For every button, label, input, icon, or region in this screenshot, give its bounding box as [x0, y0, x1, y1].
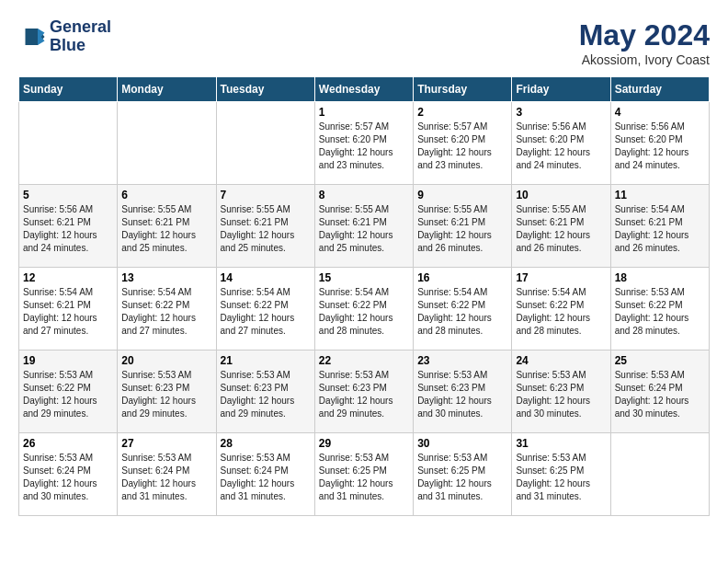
day-number: 14 — [221, 271, 311, 284]
location-subtitle: Akossiom, Ivory Coast — [579, 52, 710, 67]
logo-icon — [18, 23, 46, 51]
weekday-header-friday: Friday — [512, 77, 610, 102]
day-info: Sunrise: 5:53 AM Sunset: 6:22 PM Dayligh… — [615, 286, 705, 338]
day-number: 3 — [516, 106, 606, 119]
calendar-cell: 13Sunrise: 5:54 AM Sunset: 6:22 PM Dayli… — [118, 268, 216, 350]
calendar-cell: 10Sunrise: 5:55 AM Sunset: 6:21 PM Dayli… — [512, 185, 610, 268]
page-header: General Blue May 2024 Akossiom, Ivory Co… — [18, 18, 710, 67]
logo-line1: General — [50, 18, 111, 37]
calendar-cell: 14Sunrise: 5:54 AM Sunset: 6:22 PM Dayli… — [216, 268, 314, 350]
calendar-cell: 29Sunrise: 5:53 AM Sunset: 6:25 PM Dayli… — [314, 433, 413, 516]
day-info: Sunrise: 5:56 AM Sunset: 6:21 PM Dayligh… — [23, 203, 113, 255]
day-number: 6 — [121, 189, 211, 201]
calendar-cell: 8Sunrise: 5:55 AM Sunset: 6:21 PM Daylig… — [314, 185, 413, 268]
logo: General Blue — [18, 18, 111, 55]
day-number: 29 — [319, 437, 409, 450]
weekday-header-thursday: Thursday — [414, 77, 512, 102]
day-number: 16 — [417, 271, 507, 284]
day-number: 24 — [516, 354, 606, 367]
calendar-cell: 30Sunrise: 5:53 AM Sunset: 6:25 PM Dayli… — [414, 433, 512, 516]
calendar-cell: 18Sunrise: 5:53 AM Sunset: 6:22 PM Dayli… — [610, 268, 709, 350]
day-info: Sunrise: 5:53 AM Sunset: 6:24 PM Dayligh… — [615, 369, 705, 420]
day-info: Sunrise: 5:55 AM Sunset: 6:21 PM Dayligh… — [221, 203, 311, 255]
calendar-cell: 25Sunrise: 5:53 AM Sunset: 6:24 PM Dayli… — [610, 350, 709, 433]
day-info: Sunrise: 5:57 AM Sunset: 6:20 PM Dayligh… — [319, 121, 409, 172]
day-number: 13 — [121, 271, 211, 284]
day-info: Sunrise: 5:53 AM Sunset: 6:25 PM Dayligh… — [319, 452, 409, 503]
calendar-cell: 7Sunrise: 5:55 AM Sunset: 6:21 PM Daylig… — [216, 185, 314, 268]
day-number: 25 — [615, 354, 705, 367]
day-number: 1 — [319, 106, 409, 119]
day-number: 10 — [516, 189, 606, 201]
calendar-cell: 21Sunrise: 5:53 AM Sunset: 6:23 PM Dayli… — [216, 350, 314, 433]
day-number: 30 — [417, 437, 507, 450]
logo-line2: Blue — [50, 37, 111, 55]
day-number: 26 — [23, 437, 113, 450]
calendar-cell — [216, 102, 314, 185]
day-number: 31 — [516, 437, 606, 450]
day-number: 20 — [121, 354, 211, 367]
day-number: 19 — [23, 354, 113, 367]
calendar-cell: 1Sunrise: 5:57 AM Sunset: 6:20 PM Daylig… — [314, 102, 413, 185]
day-info: Sunrise: 5:53 AM Sunset: 6:24 PM Dayligh… — [23, 452, 113, 503]
day-info: Sunrise: 5:54 AM Sunset: 6:22 PM Dayligh… — [417, 286, 507, 338]
day-number: 2 — [417, 106, 507, 119]
day-info: Sunrise: 5:53 AM Sunset: 6:23 PM Dayligh… — [319, 369, 409, 420]
day-info: Sunrise: 5:54 AM Sunset: 6:22 PM Dayligh… — [516, 286, 606, 338]
calendar-cell: 3Sunrise: 5:56 AM Sunset: 6:20 PM Daylig… — [512, 102, 610, 185]
day-info: Sunrise: 5:53 AM Sunset: 6:25 PM Dayligh… — [516, 452, 606, 503]
calendar-cell: 2Sunrise: 5:57 AM Sunset: 6:20 PM Daylig… — [414, 102, 512, 185]
day-number: 18 — [615, 271, 705, 284]
day-number: 8 — [319, 189, 409, 201]
day-info: Sunrise: 5:53 AM Sunset: 6:24 PM Dayligh… — [121, 452, 211, 503]
calendar-cell: 31Sunrise: 5:53 AM Sunset: 6:25 PM Dayli… — [512, 433, 610, 516]
day-info: Sunrise: 5:55 AM Sunset: 6:21 PM Dayligh… — [516, 203, 606, 255]
weekday-header-sunday: Sunday — [19, 77, 118, 102]
calendar-cell: 26Sunrise: 5:53 AM Sunset: 6:24 PM Dayli… — [19, 433, 118, 516]
day-info: Sunrise: 5:54 AM Sunset: 6:21 PM Dayligh… — [615, 203, 705, 255]
day-info: Sunrise: 5:56 AM Sunset: 6:20 PM Dayligh… — [516, 121, 606, 172]
month-year-title: May 2024 — [579, 18, 710, 52]
day-info: Sunrise: 5:53 AM Sunset: 6:25 PM Dayligh… — [417, 452, 507, 503]
calendar-cell: 5Sunrise: 5:56 AM Sunset: 6:21 PM Daylig… — [19, 185, 118, 268]
calendar-cell: 23Sunrise: 5:53 AM Sunset: 6:23 PM Dayli… — [414, 350, 512, 433]
day-info: Sunrise: 5:53 AM Sunset: 6:24 PM Dayligh… — [221, 452, 311, 503]
weekday-header-saturday: Saturday — [610, 77, 709, 102]
day-info: Sunrise: 5:54 AM Sunset: 6:21 PM Dayligh… — [23, 286, 113, 338]
day-info: Sunrise: 5:54 AM Sunset: 6:22 PM Dayligh… — [319, 286, 409, 338]
day-info: Sunrise: 5:57 AM Sunset: 6:20 PM Dayligh… — [417, 121, 507, 172]
day-number: 5 — [23, 189, 113, 201]
weekday-header-wednesday: Wednesday — [314, 77, 413, 102]
day-info: Sunrise: 5:53 AM Sunset: 6:23 PM Dayligh… — [221, 369, 311, 420]
calendar-cell: 28Sunrise: 5:53 AM Sunset: 6:24 PM Dayli… — [216, 433, 314, 516]
weekday-header-monday: Monday — [118, 77, 216, 102]
title-block: May 2024 Akossiom, Ivory Coast — [579, 18, 710, 67]
calendar-cell: 15Sunrise: 5:54 AM Sunset: 6:22 PM Dayli… — [314, 268, 413, 350]
calendar-cell: 9Sunrise: 5:55 AM Sunset: 6:21 PM Daylig… — [414, 185, 512, 268]
day-number: 4 — [615, 106, 705, 119]
calendar-cell — [118, 102, 216, 185]
calendar-table: SundayMondayTuesdayWednesdayThursdayFrid… — [18, 76, 710, 516]
day-info: Sunrise: 5:53 AM Sunset: 6:23 PM Dayligh… — [121, 369, 211, 420]
calendar-cell: 22Sunrise: 5:53 AM Sunset: 6:23 PM Dayli… — [314, 350, 413, 433]
calendar-cell — [19, 102, 118, 185]
calendar-cell: 19Sunrise: 5:53 AM Sunset: 6:22 PM Dayli… — [19, 350, 118, 433]
calendar-cell: 6Sunrise: 5:55 AM Sunset: 6:21 PM Daylig… — [118, 185, 216, 268]
day-number: 23 — [417, 354, 507, 367]
day-info: Sunrise: 5:54 AM Sunset: 6:22 PM Dayligh… — [221, 286, 311, 338]
calendar-cell: 17Sunrise: 5:54 AM Sunset: 6:22 PM Dayli… — [512, 268, 610, 350]
calendar-cell: 4Sunrise: 5:56 AM Sunset: 6:20 PM Daylig… — [610, 102, 709, 185]
calendar-cell: 24Sunrise: 5:53 AM Sunset: 6:23 PM Dayli… — [512, 350, 610, 433]
day-number: 15 — [319, 271, 409, 284]
day-info: Sunrise: 5:55 AM Sunset: 6:21 PM Dayligh… — [121, 203, 211, 255]
day-number: 9 — [417, 189, 507, 201]
calendar-cell: 16Sunrise: 5:54 AM Sunset: 6:22 PM Dayli… — [414, 268, 512, 350]
day-number: 27 — [121, 437, 211, 450]
day-info: Sunrise: 5:53 AM Sunset: 6:22 PM Dayligh… — [23, 369, 113, 420]
calendar-cell — [610, 433, 709, 516]
day-info: Sunrise: 5:54 AM Sunset: 6:22 PM Dayligh… — [121, 286, 211, 338]
day-number: 28 — [221, 437, 311, 450]
day-info: Sunrise: 5:53 AM Sunset: 6:23 PM Dayligh… — [516, 369, 606, 420]
calendar-cell: 12Sunrise: 5:54 AM Sunset: 6:21 PM Dayli… — [19, 268, 118, 350]
day-number: 22 — [319, 354, 409, 367]
